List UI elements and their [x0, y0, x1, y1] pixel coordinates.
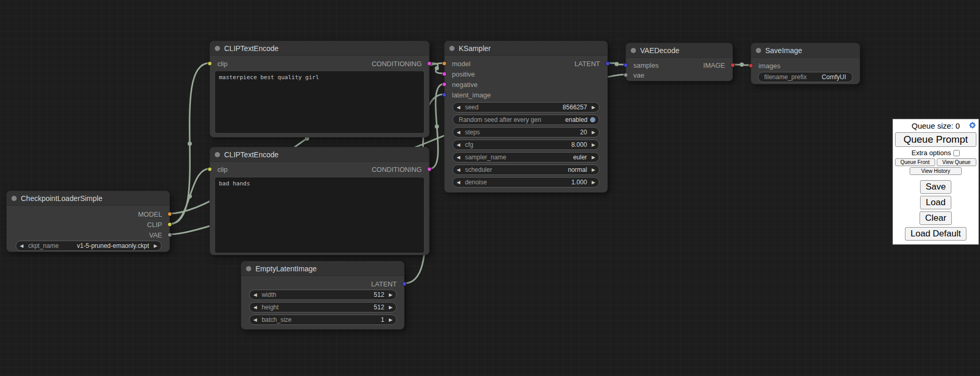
latent-slot-dot[interactable]: [623, 63, 628, 68]
prev-arrow-icon[interactable]: ◀: [457, 155, 460, 160]
widget-value: 512: [374, 304, 384, 311]
collapse-dot-icon[interactable]: [215, 152, 220, 157]
node-vae-decode[interactable]: VAEDecode samples vae IMAGE: [626, 43, 733, 81]
random-seed-toggle-widget[interactable]: Random seed after every gen enabled: [452, 115, 599, 125]
increment-arrow-icon[interactable]: ▶: [592, 143, 595, 147]
slot-label: LATENT: [574, 60, 600, 68]
filename-prefix-widget[interactable]: filename_prefix ComfyUI: [758, 72, 853, 82]
prev-arrow-icon[interactable]: ◀: [457, 168, 460, 172]
clip-slot-dot[interactable]: [207, 61, 212, 66]
model-slot-dot[interactable]: [167, 212, 172, 217]
input-slot-vae: vae: [626, 71, 644, 79]
slot-label: vae: [633, 71, 644, 79]
clear-button[interactable]: Clear: [920, 211, 952, 225]
collapse-dot-icon[interactable]: [756, 48, 761, 53]
vae-slot-dot[interactable]: [167, 233, 172, 237]
toggle-knob-icon[interactable]: [590, 117, 595, 122]
node-clip-text-encode-positive[interactable]: CLIPTextEncode clip CONDITIONING masterp…: [210, 41, 430, 137]
prompt-textarea[interactable]: bad hands: [215, 178, 424, 253]
node-title-bar[interactable]: EmptyLatentImage: [241, 261, 404, 276]
extra-options-checkbox[interactable]: [953, 150, 960, 156]
collapse-dot-icon[interactable]: [631, 48, 636, 53]
widget-value: ComfyUI: [822, 73, 846, 81]
increment-arrow-icon[interactable]: ▶: [389, 293, 393, 297]
increment-arrow-icon[interactable]: ▶: [592, 105, 595, 110]
save-button[interactable]: Save: [920, 180, 952, 194]
batch-size-widget[interactable]: ◀ batch_size 1 ▶: [249, 315, 397, 325]
node-title: CLIPTextEncode: [224, 151, 278, 159]
latent-slot-dot[interactable]: [605, 61, 610, 66]
image-slot-dot[interactable]: [749, 64, 753, 68]
widget-value: euler: [573, 154, 587, 161]
latent-slot-dot[interactable]: [402, 282, 407, 286]
prompt-textarea[interactable]: masterpiece best quality girl: [215, 71, 424, 133]
load-default-button[interactable]: Load Default: [905, 227, 966, 241]
node-title-bar[interactable]: CLIPTextEncode: [210, 41, 429, 56]
decrement-arrow-icon[interactable]: ◀: [457, 180, 460, 185]
collapse-dot-icon[interactable]: [11, 196, 17, 201]
decrement-arrow-icon[interactable]: ◀: [457, 130, 460, 135]
load-button[interactable]: Load: [920, 196, 951, 209]
queue-prompt-button[interactable]: Queue Prompt: [895, 132, 976, 147]
denoise-widget[interactable]: ◀ denoise 1.000 ▶: [452, 177, 599, 187]
node-save-image[interactable]: SaveImage images filename_prefix ComfyUI: [751, 43, 860, 84]
output-slot-vae: VAE: [149, 231, 169, 239]
cfg-widget[interactable]: ◀ cfg 8.000 ▶: [452, 140, 599, 150]
scheduler-widget[interactable]: ◀ scheduler normal ▶: [452, 165, 599, 175]
height-widget[interactable]: ◀ height 512 ▶: [249, 302, 397, 312]
node-title-bar[interactable]: CLIPTextEncode: [210, 147, 429, 162]
steps-widget[interactable]: ◀ steps 20 ▶: [452, 127, 599, 137]
clip-slot-dot[interactable]: [207, 167, 212, 172]
node-clip-text-encode-negative[interactable]: CLIPTextEncode clip CONDITIONING bad han…: [210, 147, 430, 255]
widget-label: Random seed after every gen: [459, 116, 541, 123]
collapse-dot-icon[interactable]: [449, 46, 455, 51]
input-slot-images: images: [751, 61, 780, 70]
next-arrow-icon[interactable]: ▶: [154, 244, 157, 248]
conditioning-slot-dot[interactable]: [427, 167, 432, 172]
node-empty-latent-image[interactable]: EmptyLatentImage LATENT ◀ width 512 ▶ ◀ …: [241, 261, 405, 330]
conditioning-slot-dot[interactable]: [442, 72, 447, 77]
slot-label: CLIP: [147, 221, 162, 229]
collapse-dot-icon[interactable]: [215, 46, 220, 51]
next-arrow-icon[interactable]: ▶: [592, 168, 595, 172]
increment-arrow-icon[interactable]: ▶: [389, 305, 393, 310]
conditioning-slot-dot[interactable]: [427, 61, 432, 66]
vae-slot-dot[interactable]: [623, 73, 628, 78]
prev-arrow-icon[interactable]: ◀: [20, 244, 23, 248]
input-slot-clip: clip: [210, 59, 228, 68]
decrement-arrow-icon[interactable]: ◀: [457, 143, 460, 147]
decrement-arrow-icon[interactable]: ◀: [457, 105, 460, 110]
widget-label: steps: [465, 129, 480, 136]
width-widget[interactable]: ◀ width 512 ▶: [249, 290, 397, 300]
node-title: CLIPTextEncode: [224, 44, 278, 53]
input-slot-negative: negative: [445, 80, 477, 89]
decrement-arrow-icon[interactable]: ◀: [253, 305, 257, 310]
increment-arrow-icon[interactable]: ▶: [592, 130, 595, 135]
settings-gear-icon[interactable]: [969, 121, 976, 129]
increment-arrow-icon[interactable]: ▶: [592, 180, 595, 185]
node-title-bar[interactable]: CheckpointLoaderSimple: [7, 191, 169, 206]
queue-front-button[interactable]: Queue Front: [895, 158, 935, 166]
queue-size-label: Queue size: 0: [912, 121, 960, 130]
view-queue-button[interactable]: View Queue: [937, 158, 977, 166]
latent-slot-dot[interactable]: [442, 93, 447, 97]
node-checkpoint-loader[interactable]: CheckpointLoaderSimple MODEL CLIP VAE ◀ …: [6, 191, 170, 252]
widget-label: width: [262, 291, 276, 298]
node-title-bar[interactable]: KSampler: [445, 41, 607, 56]
image-slot-dot[interactable]: [730, 63, 735, 68]
decrement-arrow-icon[interactable]: ◀: [253, 318, 257, 322]
seed-widget[interactable]: ◀ seed 8566257 ▶: [452, 102, 599, 112]
clip-slot-dot[interactable]: [167, 222, 172, 227]
collapse-dot-icon[interactable]: [246, 266, 251, 271]
node-ksampler[interactable]: KSampler model positive negative latent_…: [444, 41, 608, 193]
next-arrow-icon[interactable]: ▶: [592, 155, 595, 160]
conditioning-slot-dot[interactable]: [442, 82, 447, 87]
increment-arrow-icon[interactable]: ▶: [389, 318, 393, 322]
decrement-arrow-icon[interactable]: ◀: [253, 293, 257, 297]
model-slot-dot[interactable]: [442, 61, 447, 66]
ckpt-name-widget[interactable]: ◀ ckpt_name v1-5-pruned-emaonly.ckpt ▶: [16, 241, 162, 251]
view-history-button[interactable]: View History: [910, 167, 962, 175]
sampler-name-widget[interactable]: ◀ sampler_name euler ▶: [452, 152, 599, 162]
node-title-bar[interactable]: VAEDecode: [626, 43, 732, 58]
node-title-bar[interactable]: SaveImage: [751, 43, 860, 58]
